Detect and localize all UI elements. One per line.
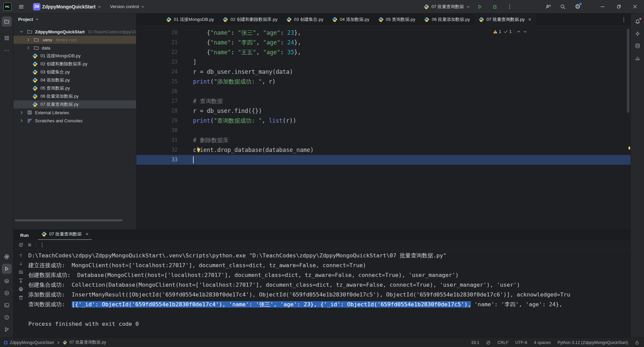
editor-tab[interactable]: 03 创建集合.py (282, 13, 328, 25)
code-line[interactable]: 30 (136, 126, 631, 135)
toolwindow-problems-button[interactable] (2, 312, 12, 322)
encoding-widget[interactable]: UTF-8 (515, 340, 527, 345)
clear-console-button[interactable] (18, 295, 24, 300)
code-line[interactable]: 33 (136, 155, 631, 165)
print-button[interactable] (18, 286, 24, 292)
toolwindow-services-button[interactable] (2, 276, 12, 286)
run-options-button[interactable]: ⋮ (39, 242, 45, 248)
editor-tab[interactable]: 07 批量查询数据.py✕ (474, 13, 536, 25)
chevron-right-icon[interactable] (20, 111, 24, 115)
console-output[interactable]: D:\TeachCodes\zdppy\ZdppyMongoQuickStart… (28, 250, 631, 338)
toolwindow-database-button[interactable] (633, 41, 643, 51)
toolwindow-python-packages-button[interactable] (2, 252, 12, 262)
toolwindow-ai-assistant-button[interactable] (633, 29, 643, 39)
chevron-right-icon[interactable] (26, 38, 30, 42)
scroll-up-button[interactable] (18, 253, 24, 258)
tree-item[interactable]: 05 查询数据.py (13, 84, 136, 92)
editor-tab[interactable]: 06 批量添加数据.py (420, 13, 474, 25)
code-line[interactable]: 27# 查询数据 (136, 96, 631, 106)
toolwindow-structure-button[interactable] (2, 33, 12, 43)
settings-button[interactable]: ⚙ (573, 2, 583, 12)
tree-item[interactable]: data (13, 44, 136, 52)
tree-item[interactable]: .venvlibrary root (13, 36, 136, 44)
line-ending-widget[interactable]: CRLF (497, 340, 509, 345)
code-line[interactable]: 26 (136, 87, 631, 96)
chevron-right-icon[interactable] (26, 46, 30, 50)
more-actions-button[interactable]: ⋮ (505, 2, 515, 12)
chevron-down-icon[interactable] (18, 28, 25, 35)
toolwindow-python-console-button[interactable] (2, 288, 12, 298)
tree-item[interactable]: 01 连接MongoDB.py (13, 52, 136, 60)
tree-item-root[interactable]: ZdppyMongoQuickStart D:\TeachCodes\zdppy… (13, 28, 136, 36)
toolwindow-plots-button[interactable] (633, 53, 643, 63)
editor-tab[interactable]: 02 创建和删除数据库.py (218, 13, 282, 25)
window-close-button[interactable] (629, 2, 641, 12)
tree-item[interactable]: 02 创建和删除数据库.py (13, 60, 136, 68)
tree-item[interactable]: External Libraries (13, 108, 136, 117)
code-line[interactable]: 32client.drop_database(database_name) (136, 145, 631, 155)
more-toolwindows-button[interactable]: ⋯ (2, 45, 12, 55)
tree-item[interactable]: 07 批量查询数据.py (13, 100, 136, 108)
toolwindow-terminal-button[interactable] (2, 300, 12, 310)
interpreter-widget[interactable]: Python 3.12 (ZdppyMongoQuickStart) (557, 340, 628, 345)
tab-list-menu-button[interactable]: ⋮ (617, 13, 631, 25)
warnings-badge[interactable]: 1 (493, 29, 501, 34)
soft-wrap-button[interactable] (18, 270, 24, 275)
project-horizontal-scrollbar[interactable] (15, 219, 123, 221)
window-restore-button[interactable] (613, 2, 624, 12)
lock-widget[interactable] (635, 340, 639, 345)
rerun-button[interactable] (18, 242, 24, 248)
code-line[interactable]: 29print("查询数据成功: ", list(r)) (136, 116, 631, 126)
chevron-right-icon[interactable] (20, 119, 24, 123)
console-line[interactable]: 创建集合成功: Collection(Database(MongoClient(… (28, 280, 631, 290)
code-line[interactable]: 20 {"name": "张三", "age": 23}, (136, 28, 631, 38)
code-line[interactable]: 25print("添加数据成功: ", r) (136, 77, 631, 87)
warning-stripe-mark[interactable] (629, 147, 630, 150)
tree-item[interactable]: 06 批量添加数据.py (13, 92, 136, 100)
code-line[interactable]: 28r = db_user.find({}) (136, 106, 631, 116)
breadcrumb-project[interactable]: ZdppyMongoQuickStart (10, 340, 54, 345)
code-line[interactable]: 24r = db_user.insert_many(data) (136, 67, 631, 77)
close-icon[interactable]: ✕ (85, 232, 89, 236)
notifications-button[interactable] (633, 17, 643, 27)
editor-tab[interactable]: 04 添加数据.py (328, 13, 374, 25)
window-minimize-button[interactable] (597, 2, 608, 12)
toolwindow-version-control-button[interactable] (2, 324, 12, 335)
editor-vertical-scrollbar[interactable] (627, 29, 630, 113)
chevron-down-icon[interactable] (523, 30, 527, 34)
tree-item[interactable]: 03 创建集合.py (13, 68, 136, 76)
indent-widget[interactable]: 4 spaces (534, 340, 551, 345)
main-menu-button[interactable] (16, 2, 26, 12)
project-widget[interactable]: ZM ZdppyMongoQuickStart (31, 2, 103, 12)
highlighting-level-widget[interactable] (486, 340, 491, 345)
console-line[interactable]: 添加数据成功: InsertManyResult([ObjectId('659f… (28, 290, 631, 299)
code-line[interactable]: 21 {"name": "李四", "age": 24}, (136, 38, 631, 48)
stop-button[interactable] (27, 242, 32, 248)
intention-bulb-icon[interactable] (196, 147, 201, 153)
run-button[interactable] (475, 2, 485, 12)
console-line[interactable]: 查询数据成功: [{'_id': ObjectId('659fd0554e1b2… (28, 299, 631, 309)
code-line[interactable]: 22 {"name": "王五", "age": 35}, (136, 48, 631, 57)
toolwindow-run-button[interactable] (2, 264, 12, 274)
code-line[interactable]: 31# 删除数据库 (136, 135, 631, 145)
console-line[interactable] (28, 309, 631, 319)
console-line[interactable]: Process finished with exit code 0 (28, 319, 631, 329)
code-with-me-button[interactable] (543, 2, 553, 12)
editor-tab[interactable]: 05 查询数据.py (374, 13, 420, 25)
scroll-to-end-button[interactable] (18, 278, 24, 283)
editor-tab[interactable]: 01 连接MongoDB.py (162, 13, 218, 25)
toolwindow-project-button[interactable] (2, 17, 12, 27)
scroll-down-button[interactable] (18, 261, 24, 266)
tree-item[interactable]: 04 添加数据.py (13, 76, 136, 84)
console-line[interactable]: D:\TeachCodes\zdppy\ZdppyMongoQuickStart… (28, 251, 631, 260)
project-panel-header[interactable]: Project (13, 13, 136, 25)
console-line[interactable]: 创建数据库成功: Database(MongoClient(host=['loc… (28, 270, 631, 280)
chevron-up-icon[interactable] (517, 30, 521, 34)
debug-button[interactable] (490, 2, 500, 12)
run-console-tab[interactable]: 07 批量查询数据 ✕ (38, 231, 92, 240)
version-control-widget[interactable]: Version control (108, 3, 147, 10)
caret-position-widget[interactable]: 33:1 (471, 340, 479, 345)
run-configuration-widget[interactable]: 07 批量查询数据 (424, 4, 470, 10)
inspections-widget[interactable]: 1 1 (490, 28, 530, 35)
tree-item[interactable]: Scratches and Consoles (13, 117, 136, 125)
